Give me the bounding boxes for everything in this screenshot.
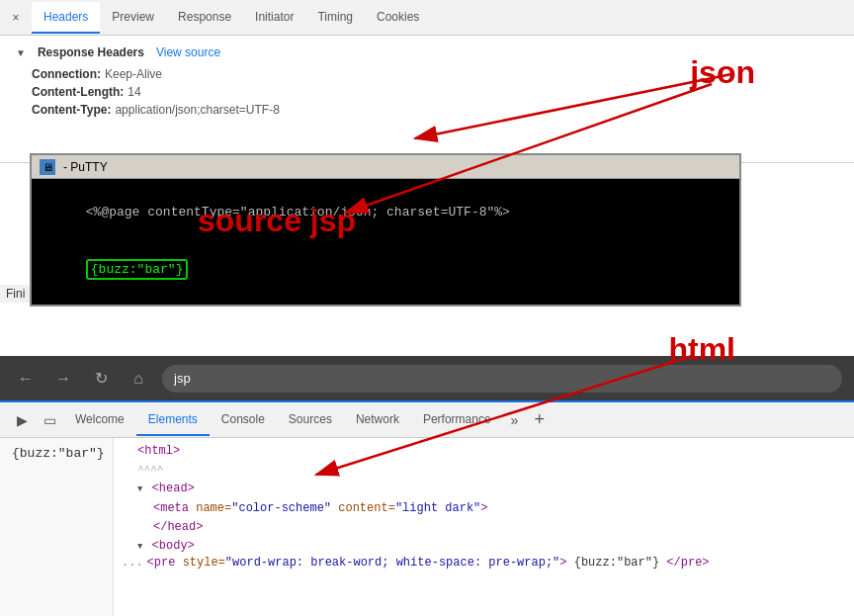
header-content-type: Content-Type: application/json;charset=U…: [16, 103, 838, 117]
devtools-tabs-bar: ▶ ▭ Welcome Elements Console Sources Net…: [0, 402, 854, 438]
html-line-head-close: </head>: [122, 518, 846, 537]
devtools-bottom-panel: ▶ ▭ Welcome Elements Console Sources Net…: [0, 400, 854, 616]
dots-indicator: ...: [122, 556, 143, 570]
putty-line-3: ~: [40, 299, 731, 305]
content-type-key: Content-Type:: [32, 103, 111, 117]
sidebar-buzz-text: {buzz:"bar"}: [12, 446, 105, 461]
html-tag-html: <html>: [137, 444, 180, 458]
html-line-html: <html>: [122, 442, 846, 461]
html-pre-line: ... <pre style="word-wrap: break-word; w…: [122, 556, 846, 570]
refresh-button[interactable]: ↻: [87, 365, 115, 393]
html-carets: ^^^^: [137, 464, 163, 476]
inspect-icon-button[interactable]: ▶: [8, 406, 36, 434]
putty-content[interactable]: <%@page contentType="application/json; c…: [32, 179, 739, 305]
content-length-key: Content-Length:: [32, 85, 124, 99]
putty-app-icon: 🖥: [40, 159, 55, 175]
html-line-body-open: ▼ <body>: [122, 537, 846, 556]
putty-title: - PuTTY: [63, 160, 731, 174]
forward-button[interactable]: →: [49, 365, 77, 393]
devtools-sidebar: {buzz:"bar"}: [0, 438, 114, 616]
tab-response[interactable]: Response: [166, 2, 243, 34]
devtools-content-area: {buzz:"bar"} <html> ^^^^ ▼ <head> <meta …: [0, 438, 854, 616]
putty-line-1: <%@page contentType="application/json; c…: [40, 183, 731, 241]
content-type-value: application/json;charset=UTF-8: [115, 103, 279, 117]
html-line-head-open: ▼ <head>: [122, 480, 846, 498]
devtools-tab-console[interactable]: Console: [210, 404, 277, 436]
putty-line-2: {buzz:"bar"}: [40, 241, 731, 300]
tab-timing[interactable]: Timing: [305, 2, 365, 34]
html-line-carets: ^^^^: [122, 461, 846, 480]
address-bar[interactable]: jsp: [162, 365, 842, 393]
devtools-tab-performance[interactable]: Performance: [411, 404, 503, 436]
html-tag-head-open: <head>: [152, 482, 195, 495]
html-attr-name-scheme: name=: [196, 501, 231, 515]
body-collapse-icon[interactable]: ▼: [137, 542, 142, 552]
putty-titlebar: 🖥 - PuTTY: [32, 155, 739, 179]
pre-tag-open: <pre style="word-wrap: break-word; white…: [147, 556, 710, 570]
add-tab-button[interactable]: +: [526, 405, 553, 434]
tab-initiator[interactable]: Initiator: [243, 2, 305, 34]
collapse-icon[interactable]: ▼: [16, 47, 26, 58]
html-annotation: html: [668, 331, 735, 368]
address-text: jsp: [174, 371, 191, 386]
buzz-highlighted-text: {buzz:"bar"}: [86, 259, 189, 280]
html-tag-head-close: </head>: [153, 520, 203, 534]
head-collapse-icon[interactable]: ▼: [137, 484, 142, 494]
network-tabs-bar: × Headers Preview Response Initiator Tim…: [0, 0, 854, 36]
devtools-tab-network[interactable]: Network: [344, 404, 411, 436]
devtools-main-panel: <html> ^^^^ ▼ <head> <meta name="color-s…: [114, 438, 854, 616]
html-attr-value-scheme: "color-scheme": [231, 501, 331, 515]
tab-preview[interactable]: Preview: [100, 2, 166, 34]
fini-partial-text: Fini: [0, 285, 31, 303]
html-line-meta: <meta name="color-scheme" content="light…: [122, 499, 846, 518]
tab-cookies[interactable]: Cookies: [365, 2, 431, 34]
response-headers-title: Response Headers: [38, 45, 144, 59]
html-tag-body-open: <body>: [152, 539, 195, 553]
putty-terminal: 🖥 - PuTTY <%@page contentType="applicati…: [30, 153, 741, 307]
connection-key: Connection:: [32, 67, 101, 81]
connection-value: Keep-Alive: [105, 67, 162, 81]
tab-headers[interactable]: Headers: [32, 2, 100, 34]
html-attr-name-content: content=: [338, 501, 395, 515]
home-button[interactable]: ⌂: [125, 365, 152, 393]
device-toolbar-button[interactable]: ▭: [36, 406, 63, 434]
json-annotation: json: [690, 54, 755, 91]
devtools-tab-elements[interactable]: Elements: [136, 404, 210, 436]
source-jsp-annotation: source jsp: [198, 203, 356, 239]
content-length-value: 14: [128, 85, 140, 99]
devtools-tab-sources[interactable]: Sources: [277, 404, 344, 436]
html-attr-value-content: "light dark": [395, 501, 480, 515]
back-button[interactable]: ←: [12, 365, 40, 393]
more-tabs-button[interactable]: »: [503, 408, 527, 432]
devtools-tab-welcome[interactable]: Welcome: [63, 404, 136, 436]
close-tab-button[interactable]: ×: [8, 10, 24, 26]
view-source-link[interactable]: View source: [156, 45, 220, 59]
